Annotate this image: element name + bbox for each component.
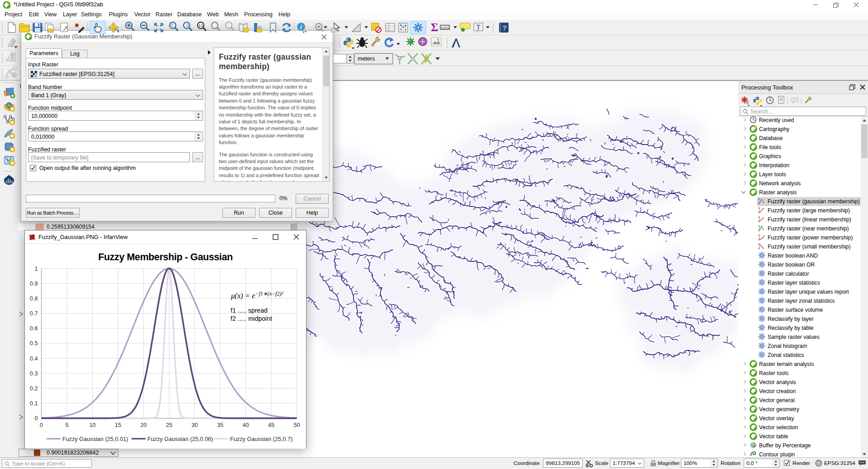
svg-text:0.7: 0.7: [30, 310, 38, 317]
svg-text:0: 0: [34, 415, 38, 422]
svg-text:0.5: 0.5: [30, 340, 38, 347]
svg-text:f2 ..... midpoint: f2 ..... midpoint: [231, 315, 272, 322]
svg-text:i: i: [300, 23, 302, 30]
svg-text:Fuzzy Membership - Gaussian: Fuzzy Membership - Gaussian: [98, 252, 232, 263]
svg-text:0.4: 0.4: [30, 356, 38, 362]
svg-text:f1 ..... spread: f1 ..... spread: [231, 307, 268, 314]
svg-text:35: 35: [217, 422, 223, 428]
svg-text:Σ: Σ: [431, 21, 438, 33]
svg-text:meters: meters: [358, 56, 375, 62]
svg-text:T: T: [476, 24, 481, 31]
svg-text:20: 20: [140, 422, 146, 428]
svg-text:0.3: 0.3: [30, 371, 38, 377]
svg-text:Fuzzy Gaussian (25,0.7): Fuzzy Gaussian (25,0.7): [230, 436, 292, 442]
svg-text:30: 30: [192, 422, 198, 428]
svg-text:1:1: 1:1: [198, 24, 203, 27]
svg-text:40: 40: [243, 422, 249, 428]
svg-text:0.9: 0.9: [30, 281, 38, 287]
svg-text:%: %: [753, 445, 755, 448]
svg-text:Fuzzy Gaussian (25,0.01): Fuzzy Gaussian (25,0.01): [62, 436, 128, 442]
svg-text:5: 5: [65, 422, 68, 428]
svg-text:?: ?: [502, 24, 506, 32]
svg-text:Fuzzy Gaussian (25,0.06): Fuzzy Gaussian (25,0.06): [147, 436, 213, 442]
svg-text:45: 45: [268, 422, 274, 428]
svg-text:0.2: 0.2: [30, 385, 38, 392]
svg-text:0.8: 0.8: [30, 295, 38, 302]
svg-text:25: 25: [166, 422, 172, 428]
svg-text:1: 1: [34, 266, 38, 272]
svg-text:10: 10: [89, 422, 95, 428]
svg-text:15: 15: [115, 422, 121, 428]
svg-text:0.6: 0.6: [30, 325, 38, 332]
svg-text:0: 0: [40, 422, 43, 428]
svg-text:0.1: 0.1: [30, 400, 38, 407]
svg-text:50: 50: [294, 422, 300, 428]
